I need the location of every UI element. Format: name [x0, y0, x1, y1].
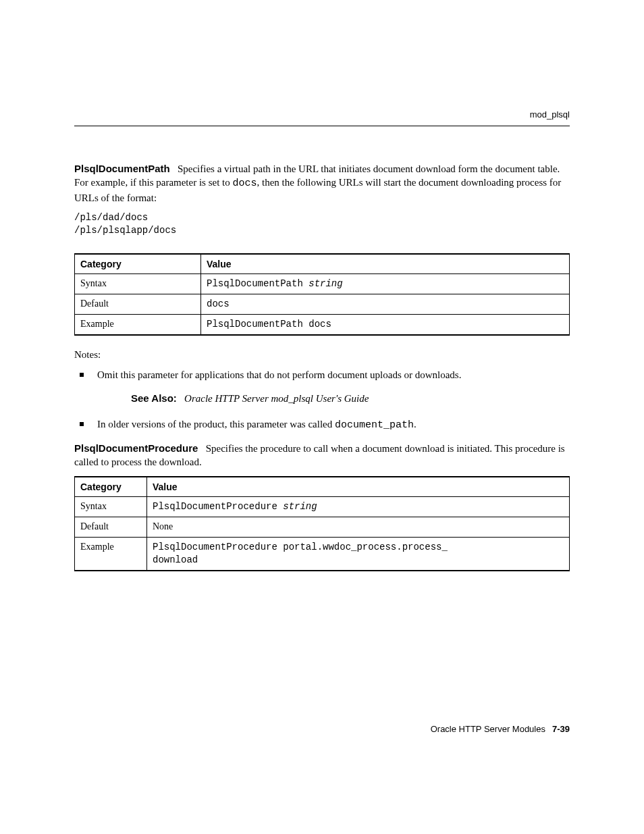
page-number: 7-39 — [552, 724, 570, 734]
table-row: Syntax PlsqlDocumentPath string — [75, 274, 570, 294]
bullet2-after: . — [414, 419, 417, 429]
header-rule — [74, 126, 570, 126]
notes-list: Omit this parameter for applications tha… — [74, 368, 570, 432]
cell-value: None — [147, 517, 570, 538]
page-footer: Oracle HTTP Server Modules7-39 — [431, 724, 570, 734]
cell-value-mono: PlsqlDocumentProcedure portal.wwdoc_proc… — [153, 542, 448, 565]
table-header-value: Value — [147, 477, 570, 497]
table-row: Example PlsqlDocumentProcedure portal.ww… — [75, 538, 570, 571]
cell-category: Example — [75, 538, 147, 571]
cell-value-italic: string — [308, 278, 342, 289]
table-header-category: Category — [75, 477, 147, 497]
page-content: PlsqlDocumentPath Specifies a virtual pa… — [74, 162, 570, 571]
cell-value: PlsqlDocumentProcedure portal.wwdoc_proc… — [147, 538, 570, 571]
table-header-value: Value — [201, 254, 570, 274]
cell-category: Example — [75, 315, 201, 335]
cell-category: Default — [75, 294, 201, 315]
section1-intro: PlsqlDocumentPath Specifies a virtual pa… — [74, 162, 570, 205]
section2-intro: PlsqlDocumentProcedure Specifies the pro… — [74, 442, 570, 469]
cell-value-mono: docs — [207, 298, 230, 309]
section2-heading: PlsqlDocumentProcedure — [74, 442, 198, 454]
see-also-label: See Also: — [131, 392, 177, 404]
running-header: mod_plsql — [530, 109, 570, 120]
list-item: In older versions of the product, this p… — [74, 417, 570, 432]
cell-category: Default — [75, 517, 147, 538]
table-row: Default None — [75, 517, 570, 538]
cell-category: Syntax — [75, 274, 201, 294]
bullet2-mono: document_path — [335, 419, 414, 431]
list-item: Omit this parameter for applications tha… — [74, 368, 570, 405]
cell-value-mono: PlsqlDocumentPath docs — [207, 319, 331, 330]
table-row: Example PlsqlDocumentPath docs — [75, 315, 570, 335]
footer-text: Oracle HTTP Server Modules — [431, 724, 545, 734]
see-also: See Also: Oracle HTTP Server mod_plsql U… — [131, 392, 570, 405]
cell-value: PlsqlDocumentProcedure string — [147, 497, 570, 517]
bullet2-before: In older versions of the product, this p… — [97, 419, 335, 429]
cell-category: Syntax — [75, 497, 147, 517]
cell-value-mono: PlsqlDocumentPath — [207, 278, 308, 289]
bullet1-text: Omit this parameter for applications tha… — [97, 369, 461, 380]
cell-value: PlsqlDocumentPath docs — [201, 315, 570, 335]
cell-value: PlsqlDocumentPath string — [201, 274, 570, 294]
section1-intro-mono: docs — [233, 178, 257, 189]
cell-value-mono: PlsqlDocumentProcedure — [153, 501, 283, 512]
table-header-category: Category — [75, 254, 201, 274]
table-row: Default docs — [75, 294, 570, 315]
table-row: Syntax PlsqlDocumentProcedure string — [75, 497, 570, 517]
see-also-text: Oracle HTTP Server mod_plsql User's Guid… — [184, 393, 369, 404]
cell-value-italic: string — [283, 501, 317, 512]
section1-heading: PlsqlDocumentPath — [74, 163, 170, 174]
section2-table: Category Value Syntax PlsqlDocumentProce… — [74, 476, 570, 571]
notes-label: Notes: — [74, 348, 570, 361]
section1-table: Category Value Syntax PlsqlDocumentPath … — [74, 253, 570, 336]
cell-value: docs — [201, 294, 570, 315]
section1-code-block: /pls/dad/docs /pls/plsqlapp/docs — [74, 211, 570, 237]
